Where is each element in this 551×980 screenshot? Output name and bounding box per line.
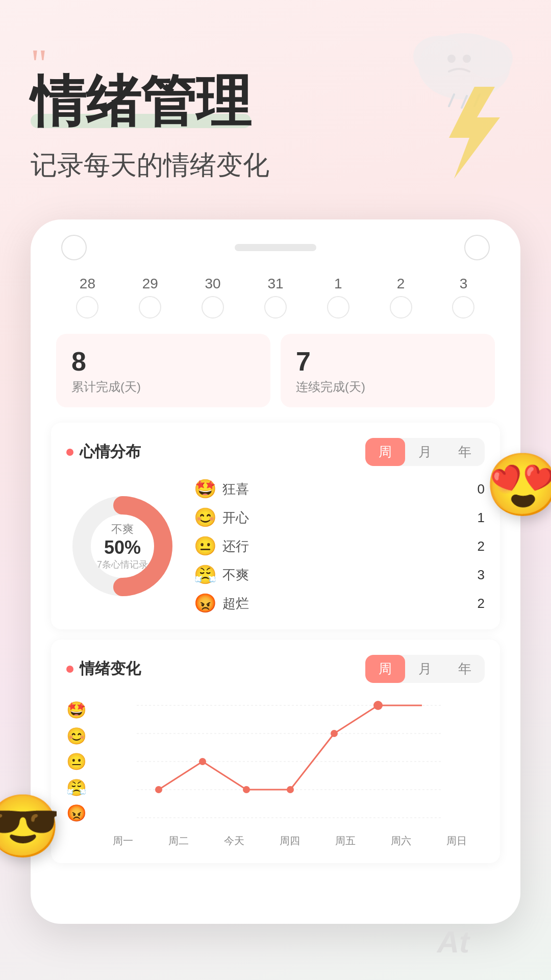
phone-circle-right — [464, 235, 490, 260]
cal-day-1: 1 — [327, 276, 349, 318]
donut-percent: 50% — [97, 537, 148, 558]
x-label-mon: 周一 — [113, 834, 133, 848]
main-title: 情绪管理 — [31, 71, 251, 132]
stat-number-cumulative: 8 — [71, 346, 255, 377]
emotion-tab-week[interactable]: 周 — [365, 655, 405, 683]
phone-mockup: 28 29 30 31 1 2 3 8 累计完 — [31, 219, 520, 924]
stat-card-streak: 7 连续完成(天) — [281, 334, 495, 407]
mood-emoji-chaolan: 😡 — [194, 593, 216, 614]
mood-count-bushuang: 3 — [478, 567, 485, 583]
mood-count-kaixin: 1 — [478, 510, 485, 526]
mood-item-bushuang: 😤 不爽 3 — [194, 564, 485, 585]
y-emoji-2: 😊 — [66, 726, 87, 746]
y-emoji-3: 😐 — [66, 752, 87, 771]
x-label-sun: 周日 — [446, 834, 467, 848]
mood-name-bushuang: 不爽 — [222, 566, 471, 584]
stat-card-cumulative: 8 累计完成(天) — [56, 334, 270, 407]
mood-count-chaolan: 2 — [478, 596, 485, 611]
x-label-thu: 周四 — [280, 834, 300, 848]
at-text: At — [437, 924, 469, 960]
emotion-section-header: 情绪变化 周 月 年 — [66, 655, 485, 683]
mood-name-kaixin: 开心 — [222, 509, 471, 527]
donut-sub: 7条心情记录 — [97, 558, 148, 571]
x-label-tue: 周二 — [168, 834, 189, 848]
emotion-chart-svg — [95, 695, 485, 828]
emotion-change-card: 情绪变化 周 月 年 🤩 😊 😐 😤 😡 — [51, 640, 500, 863]
svg-point-6 — [447, 55, 456, 63]
donut-chart: 不爽 50% 7条心情记录 — [66, 490, 179, 602]
float-emoji-hearts: 😍 — [485, 449, 551, 521]
mood-emoji-bushuang: 😤 — [194, 564, 216, 585]
emotion-tab-month[interactable]: 月 — [405, 655, 445, 683]
y-emoji-4: 😤 — [66, 778, 87, 797]
calendar-row: 28 29 30 31 1 2 3 — [46, 271, 505, 324]
svg-point-7 — [463, 55, 471, 63]
mood-section-header: 心情分布 周 月 年 — [66, 438, 485, 466]
mood-tab-year[interactable]: 年 — [445, 438, 485, 466]
cal-day-2: 2 — [390, 276, 412, 318]
phone-notch — [235, 244, 316, 251]
mood-tab-week[interactable]: 周 — [365, 438, 405, 466]
mood-emoji-haoxing: 😐 — [194, 535, 216, 557]
mood-name-haoxing: 还行 — [222, 537, 471, 555]
mood-item-kaixin: 😊 开心 1 — [194, 507, 485, 528]
mood-count-kuangxi: 0 — [478, 481, 485, 497]
chart-point-fri — [331, 730, 338, 737]
y-emoji-1: 🤩 — [66, 700, 87, 720]
subtitle: 记录每天的情绪变化 — [31, 148, 520, 183]
donut-center: 不爽 50% 7条心情记录 — [97, 522, 148, 571]
emotion-tab-year[interactable]: 年 — [445, 655, 485, 683]
mood-name-kuangxi: 狂喜 — [222, 480, 471, 498]
cal-day-31: 31 — [264, 276, 287, 318]
stats-row: 8 累计完成(天) 7 连续完成(天) — [46, 334, 505, 407]
chart-point-mon — [155, 786, 162, 793]
mood-list: 🤩 狂喜 0 😊 开心 1 😐 还行 2 😤 — [194, 478, 485, 614]
mood-item-kuangxi: 🤩 狂喜 0 — [194, 478, 485, 500]
mood-emoji-kaixin: 😊 — [194, 507, 216, 528]
mood-count-haoxing: 2 — [478, 538, 485, 554]
chart-point-wed — [243, 786, 250, 793]
cal-day-28: 28 — [76, 276, 98, 318]
mood-distribution-card: 心情分布 周 月 年 不爽 50% — [51, 423, 500, 629]
mood-content: 不爽 50% 7条心情记录 🤩 狂喜 0 😊 开心 1 — [66, 478, 485, 614]
chart-point-tue — [199, 758, 206, 765]
cal-day-3: 3 — [452, 276, 474, 318]
mood-tab-group[interactable]: 周 月 年 — [365, 438, 485, 466]
emotion-section-title: 情绪变化 — [66, 658, 141, 679]
header-section: 情绪管理 记录每天的情绪变化 — [31, 71, 520, 183]
chart-point-sat — [373, 701, 383, 710]
mood-emoji-kuangxi: 🤩 — [194, 478, 216, 500]
mood-dot — [66, 449, 73, 456]
phone-circle-left — [61, 235, 87, 260]
mood-item-haoxing: 😐 还行 2 — [194, 535, 485, 557]
mood-section-title: 心情分布 — [66, 442, 141, 462]
mood-name-chaolan: 超烂 — [222, 595, 471, 612]
mood-item-chaolan: 😡 超烂 2 — [194, 593, 485, 614]
svg-point-1 — [413, 36, 464, 77]
chart-point-thu — [287, 786, 294, 793]
float-emoji-cool: 😎 — [0, 791, 61, 863]
x-label-today: 今天 — [224, 834, 244, 848]
y-emoji-5: 😡 — [66, 803, 87, 823]
mood-tab-month[interactable]: 月 — [405, 438, 445, 466]
emotion-tab-group[interactable]: 周 月 年 — [365, 655, 485, 683]
x-label-fri: 周五 — [335, 834, 356, 848]
phone-notch-area — [46, 235, 505, 260]
stat-label-cumulative: 累计完成(天) — [71, 379, 255, 395]
cal-day-30: 30 — [202, 276, 224, 318]
stat-number-streak: 7 — [296, 346, 480, 377]
donut-label: 不爽 — [97, 522, 148, 537]
x-label-sat: 周六 — [391, 834, 411, 848]
stat-label-streak: 连续完成(天) — [296, 379, 480, 395]
cal-day-29: 29 — [139, 276, 161, 318]
emotion-dot — [66, 666, 73, 673]
